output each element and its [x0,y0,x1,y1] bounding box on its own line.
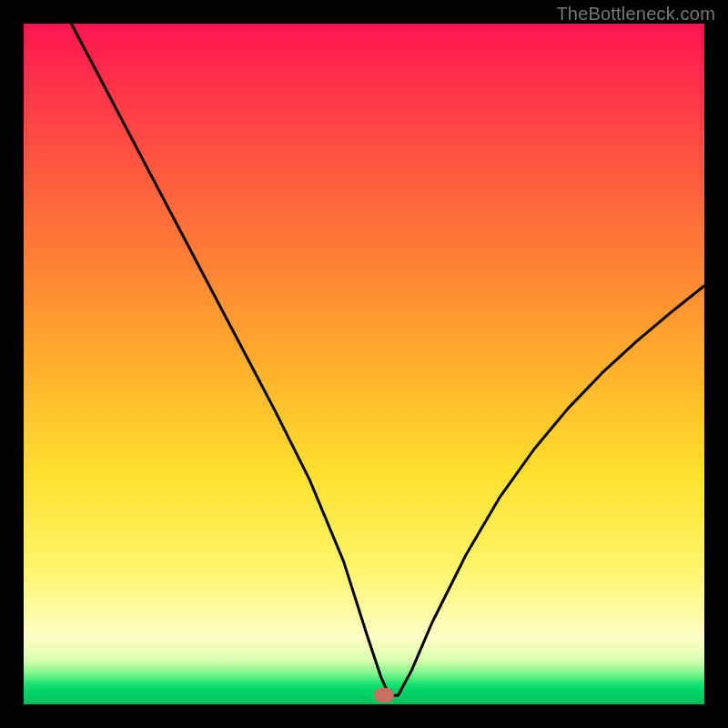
plot-area [24,24,704,704]
optimal-point-marker [374,688,394,703]
watermark-text: TheBottleneck.com [556,4,715,25]
bottleneck-curve [71,24,704,695]
chart-frame: TheBottleneck.com [0,0,728,728]
curve-svg [24,24,704,704]
